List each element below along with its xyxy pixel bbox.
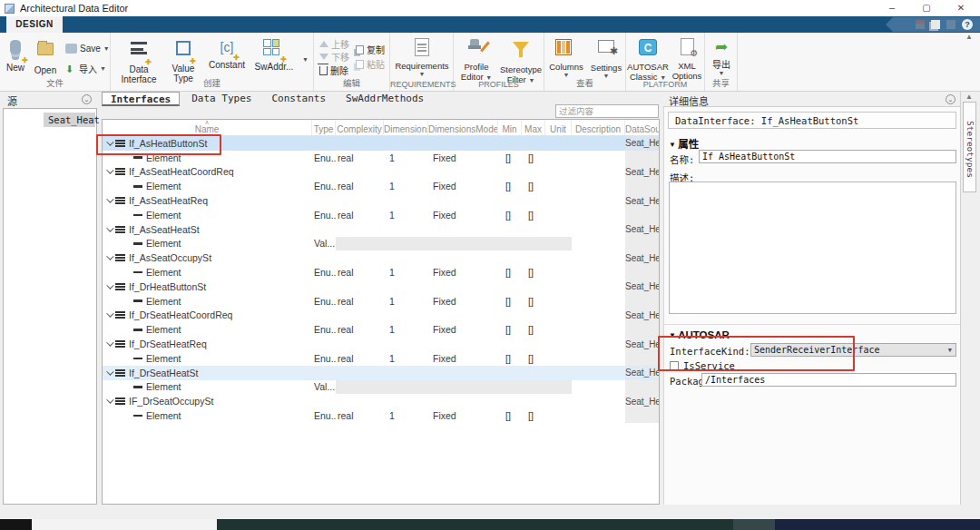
import-button[interactable]: 导入▼	[65, 62, 106, 75]
ribbon: New Open Save▼ 导入▼ 文件 DataInterface	[0, 33, 980, 92]
tools-icon[interactable]	[946, 20, 956, 29]
table-row-interface[interactable]: If_AsSeatHeatStSeat_Heat...	[103, 222, 659, 237]
chevron-expand-icon[interactable]	[106, 281, 113, 289]
swaddr-button[interactable]: SwAddr...	[250, 37, 298, 72]
table-row-interface[interactable]: If_AsSeatHeatCoordReqSeat_Heat...	[103, 165, 659, 180]
tab-swaddrmethods[interactable]: SwAddrMethods	[338, 92, 432, 106]
new-button[interactable]: New	[2, 37, 29, 73]
stereotypes-vertical-tab[interactable]: Stereotypes	[963, 102, 976, 192]
profile-editor-button[interactable]: ProfileEditor ▼	[456, 37, 497, 83]
interface-kind-dropdown[interactable]: SenderReceiverInterface ▼	[750, 343, 956, 357]
table-row-element[interactable]: ElementEnu...real1Fixed[][]	[103, 151, 659, 165]
table-row-interface[interactable]: If_DrSeatHeatStSeat_Heat...	[103, 366, 659, 380]
table-row-element[interactable]: ElementEnu...real1Fixed[][]	[103, 265, 659, 280]
group-label-profiles: PROFILES	[454, 80, 544, 89]
table-row-element[interactable]: ElementEnu...real1Fixed[][]	[103, 351, 659, 366]
autosar-classic-button[interactable]: AUTOSARClassic ▼	[626, 37, 670, 83]
table-row-element[interactable]: ElementEnu...real1Fixed[][]	[103, 208, 659, 222]
column-header-dimensions[interactable]: Dimensions	[384, 120, 428, 135]
tab-data-types[interactable]: Data Types	[183, 92, 260, 106]
package-field[interactable]	[701, 373, 956, 387]
source-collapse-icon[interactable]: ⌄	[82, 94, 92, 104]
chevron-expand-icon[interactable]	[106, 195, 113, 202]
document-icon[interactable]	[931, 20, 940, 29]
chevron-expand-icon[interactable]	[106, 224, 113, 231]
column-header-max[interactable]: Max	[522, 120, 545, 135]
description-field[interactable]	[669, 182, 956, 314]
save-button[interactable]: Save▼	[65, 44, 110, 54]
maximize-button[interactable]	[911, 0, 942, 15]
table-row-interface[interactable]: If_AsSeatHeatReqSeat_Heat...	[103, 193, 659, 208]
tab-interfaces[interactable]: Interfaces	[102, 92, 180, 106]
is-service-checkbox[interactable]	[670, 361, 679, 370]
table-row-interface[interactable]: If_DrSeatHeatCoordReqSeat_Heat...	[103, 309, 659, 323]
element-icon	[133, 299, 142, 302]
table-row-element[interactable]: ElementVal...	[103, 380, 659, 395]
column-header-min[interactable]: Min	[498, 120, 522, 135]
table-row-element[interactable]: ElementEnu...real1Fixed[][]	[103, 294, 659, 309]
columns-button[interactable]: Columns ▼	[545, 37, 587, 78]
ribbon-group-file: New Open Save▼ 导入▼ 文件	[0, 33, 111, 91]
column-header-unit[interactable]: Unit	[545, 120, 572, 135]
chevron-expand-icon[interactable]	[106, 167, 113, 174]
table-row-interface[interactable]: If_DrSeatHeatReqSeat_Heat...	[103, 337, 659, 351]
strip-collapse-icon[interactable]: ▲	[965, 93, 973, 101]
is-service-checkbox-row[interactable]: IsService	[670, 360, 735, 371]
column-header-complexity[interactable]: Complexity	[336, 120, 384, 135]
name-label: 名称:	[670, 152, 694, 166]
requirements-button[interactable]: Requirements ▼	[390, 37, 454, 77]
table-row-element[interactable]: ElementEnu...real1Fixed[][]	[103, 322, 659, 337]
table-row-interface[interactable]: If_AsSeatOccupyStSeat_Heat...	[103, 250, 659, 265]
copy-button[interactable]: 复制	[356, 43, 385, 56]
chevron-expand-icon[interactable]	[106, 138, 113, 145]
chevron-expand-icon[interactable]	[106, 339, 113, 346]
column-header-type[interactable]: Type	[312, 120, 336, 135]
chevron-expand-icon[interactable]	[106, 310, 113, 318]
table-row-interface[interactable]: IF_DrSeatOccupyStSeat_Heat...	[103, 394, 659, 408]
tab-constants[interactable]: Constants	[263, 92, 334, 106]
chevron-expand-icon[interactable]	[106, 397, 113, 404]
column-header-datasource[interactable]: DataSource	[625, 120, 659, 135]
filter-input[interactable]	[555, 104, 659, 118]
layout-icon[interactable]	[916, 20, 925, 29]
open-button[interactable]: Open	[29, 37, 62, 75]
collapse-ribbon-icon[interactable]: ▲	[965, 33, 973, 41]
xml-options-button[interactable]: XMLOptions	[670, 37, 704, 81]
delete-button[interactable]: 删除	[319, 64, 348, 77]
tree-item-seat-heat[interactable]: Seat_Heat	[44, 113, 95, 127]
sort-ascending-icon: ∧	[204, 120, 209, 126]
document-tabs: InterfacesData TypesConstantsSwAddrMetho…	[102, 92, 432, 106]
taskbar-sliver	[0, 519, 980, 530]
chevron-expand-icon[interactable]	[106, 253, 113, 260]
name-field[interactable]	[699, 150, 956, 163]
minimize-button[interactable]	[877, 0, 907, 15]
help-icon[interactable]	[962, 19, 973, 30]
table-row-interface[interactable]: If_AsHeatButtonStSeat_Heat...	[103, 136, 659, 151]
column-header-dimensionsmode[interactable]: DimensionsMode	[428, 120, 498, 135]
interface-icon	[115, 340, 125, 348]
selected-object-banner: DataInterface: If_AsHeatButtonSt	[668, 112, 956, 129]
table-row-element[interactable]: ElementEnu...real1Fixed[][]	[103, 408, 659, 423]
export-button[interactable]: 导出 ▼	[706, 37, 737, 76]
paste-button[interactable]: 粘贴	[356, 57, 385, 71]
save-icon	[65, 44, 77, 54]
properties-section-header[interactable]: 属性	[669, 136, 699, 151]
column-header-description[interactable]: Description	[572, 120, 625, 135]
move-up-button[interactable]: 上移	[319, 37, 349, 51]
move-down-button[interactable]: 下移	[319, 50, 349, 64]
row-name: Element	[146, 210, 181, 221]
details-collapse-icon[interactable]: ⌄	[946, 94, 956, 104]
column-header-name[interactable]: Name∧	[103, 120, 312, 135]
row-name: Element	[146, 410, 181, 421]
create-overflow-chevron-icon[interactable]: ▼	[302, 56, 309, 63]
close-button[interactable]	[946, 0, 976, 15]
constant-button[interactable]: [c] Constant	[203, 37, 250, 70]
settings-button[interactable]: Settings ▼	[587, 37, 625, 79]
table-row-element[interactable]: ElementEnu...real1Fixed[][]	[103, 179, 659, 193]
table-row-element[interactable]: ElementVal...	[103, 237, 659, 251]
stereotype-filter-button[interactable]: StereotypeFilter ▼	[497, 37, 544, 85]
autosar-section-header[interactable]: AUTOSAR	[669, 329, 730, 340]
table-row-interface[interactable]: If_DrHeatButtonStSeat_Heat...	[103, 280, 659, 294]
tab-design[interactable]: DESIGN	[6, 16, 63, 33]
chevron-expand-icon[interactable]	[106, 368, 113, 375]
